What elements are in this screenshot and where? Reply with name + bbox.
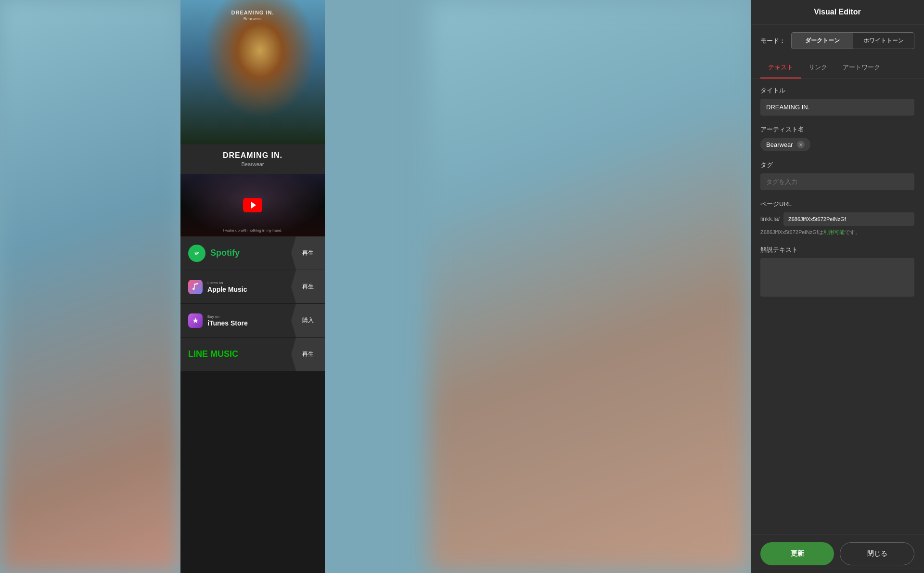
url-field-row: linkk.la/ Z686JlfiXx5t672PeiNzGf [760,212,914,226]
url-field-label: ページURL [760,200,914,208]
bg-left [0,0,180,573]
editor-content: タイトル アーティスト名 Bearwear ✕ タグ ページURL linkk.… [751,78,924,534]
itunes-action[interactable]: 購入 [291,304,325,337]
mode-row: モード： ダークトーン ホワイトトーン [751,25,924,57]
url-hint-part2: です。 [845,229,860,235]
apple-music-logo [188,280,203,294]
listen-on-label: Listen on [207,281,247,285]
url-prefix: linkk.la/ [760,216,780,222]
dark-mode-button[interactable]: ダークトーン [792,33,853,49]
apple-music-row[interactable]: Listen on Apple Music 再生 [180,270,325,304]
apple-music-text: Listen on Apple Music [207,281,247,293]
spotify-label: Spotify [210,248,240,258]
url-value[interactable]: Z686JlfiXx5t672PeiNzGf [783,212,914,226]
itunes-row[interactable]: ★ Buy on iTunes Store 購入 [180,304,325,338]
header-overlay-text: DREAMING IN. Bearwear [180,10,325,21]
artist-tag: Bearwear ✕ [760,138,810,151]
url-hint: Z686JlfiXx5t672PeiNzGfは利用可能です。 [760,229,914,236]
title-band: DREAMING IN. Bearwear [180,144,325,174]
tab-artwork[interactable]: アートワーク [835,57,888,78]
youtube-section[interactable]: I wake up with nothing in my hand. [180,174,325,236]
artist-tag-close[interactable]: ✕ [797,141,805,148]
url-section: ページURL linkk.la/ Z686JlfiXx5t672PeiNzGf … [760,200,914,236]
svg-point-1 [192,287,195,290]
line-music-label: LINE MUSIC [188,349,238,359]
editor-header: Visual Editor [751,0,924,25]
youtube-play-button[interactable] [243,198,262,212]
phone-header-image: DREAMING IN. Bearwear [180,0,325,144]
itunes-logo: ★ [188,313,203,328]
line-music-row[interactable]: LINE MUSIC 再生 [180,338,325,371]
mode-toggle[interactable]: ダークトーン ホワイトトーン [791,32,914,49]
spotify-logo-area: Spotify [180,245,291,262]
tab-link[interactable]: リンク [801,57,835,78]
close-button[interactable]: 閉じる [840,542,914,565]
url-hint-available: 利用可能 [823,229,845,235]
tag-field-label: タグ [760,161,914,169]
editor-footer: 更新 閉じる [751,534,924,573]
url-hint-part1: Z686JlfiXx5t672PeiNzGfは [760,229,823,235]
apple-music-action[interactable]: 再生 [291,270,325,303]
tag-section: タグ [760,161,914,190]
header-bg [180,0,325,144]
light-mode-button[interactable]: ホワイトトーン [853,33,914,49]
description-label: 解説テキスト [760,246,914,254]
buy-on-label: Buy on [207,314,248,319]
update-button[interactable]: 更新 [760,542,834,565]
header-artist: Bearwear [180,16,325,21]
band-title: DREAMING IN. [188,151,317,160]
apple-music-name: Apple Music [207,286,247,293]
mode-label: モード： [760,37,785,45]
artist-field-label: アーティスト名 [760,125,914,134]
title-section: タイトル [760,86,914,116]
title-field-label: タイトル [760,86,914,95]
phone-preview: DREAMING IN. Bearwear DREAMING IN. Bearw… [180,0,325,573]
description-section: 解説テキスト [760,246,914,299]
band-artist: Bearwear [188,161,317,167]
spotify-row[interactable]: Spotify 再生 [180,236,325,270]
artist-tag-text: Bearwear [766,141,793,148]
artist-section: アーティスト名 Bearwear ✕ [760,125,914,151]
description-textarea[interactable] [760,258,914,297]
visual-editor-panel: Visual Editor モード： ダークトーン ホワイトトーン テキスト リ… [751,0,924,573]
bg-right [428,0,751,573]
header-title: DREAMING IN. [180,10,325,15]
itunes-logo-area: ★ Buy on iTunes Store [180,313,291,328]
line-music-logo-area: LINE MUSIC [180,349,291,359]
spotify-action[interactable]: 再生 [291,236,325,270]
editor-tabs: テキスト リンク アートワーク [751,57,924,78]
apple-music-logo-area: Listen on Apple Music [180,280,291,294]
editor-title: Visual Editor [760,8,914,16]
line-music-action[interactable]: 再生 [291,338,325,371]
title-input[interactable] [760,99,914,116]
spotify-logo [188,245,205,262]
tag-input[interactable] [760,173,914,190]
tab-text[interactable]: テキスト [760,57,801,78]
youtube-caption: I wake up with nothing in my hand. [223,228,282,233]
itunes-text: Buy on iTunes Store [207,314,248,327]
itunes-name: iTunes Store [207,319,248,327]
